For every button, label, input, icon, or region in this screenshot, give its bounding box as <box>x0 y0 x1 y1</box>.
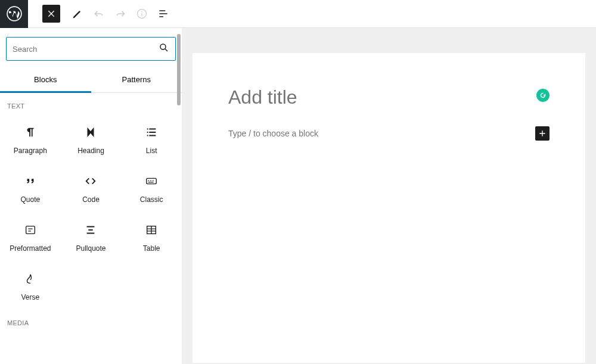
add-block-button[interactable] <box>535 126 550 141</box>
list-icon <box>144 125 159 139</box>
inserter-tabs: Blocks Patterns <box>0 67 182 93</box>
tab-patterns[interactable]: Patterns <box>91 67 182 92</box>
svg-rect-5 <box>26 226 35 234</box>
title-input[interactable]: Add title <box>228 86 550 108</box>
search-icon <box>159 42 169 55</box>
block-label: Quote <box>20 195 40 204</box>
section-text-label: TEXT <box>0 93 182 114</box>
block-paragraph[interactable]: Paragraph <box>0 114 61 163</box>
block-label: Preformatted <box>10 244 51 253</box>
verse-icon <box>23 272 38 286</box>
preformatted-icon <box>23 223 38 237</box>
block-label: Verse <box>21 293 39 301</box>
block-label: Heading <box>77 147 104 155</box>
block-classic[interactable]: Classic <box>121 163 182 212</box>
page-content[interactable]: Add title Type / to choose a block <box>193 53 585 363</box>
svg-point-2 <box>141 11 142 13</box>
block-table[interactable]: Table <box>121 212 182 261</box>
svg-point-3 <box>160 44 166 49</box>
section-media-label: MEDIA <box>0 310 182 331</box>
classic-icon <box>144 174 159 188</box>
block-preformatted[interactable]: Preformatted <box>0 212 61 261</box>
block-pullquote[interactable]: Pullquote <box>61 212 122 261</box>
table-icon <box>144 223 159 237</box>
quote-icon <box>23 174 38 188</box>
content-row: Type / to choose a block <box>228 126 550 141</box>
topbar <box>0 0 596 28</box>
editor-canvas: Add title Type / to choose a block <box>182 28 596 364</box>
tools-button[interactable] <box>69 5 86 23</box>
block-label: Table <box>143 244 160 253</box>
block-label: Classic <box>140 195 163 204</box>
main-area: Blocks Patterns TEXT Paragraph Heading L… <box>0 28 596 364</box>
block-label: Pullquote <box>76 244 105 253</box>
block-verse[interactable]: Verse <box>0 261 61 310</box>
undo-button <box>90 5 108 23</box>
wordpress-logo[interactable] <box>0 0 28 28</box>
grammarly-icon[interactable] <box>536 89 550 102</box>
pullquote-icon <box>83 223 98 237</box>
search-input[interactable] <box>13 45 159 54</box>
search-wrap <box>0 28 182 67</box>
block-label: List <box>146 147 157 155</box>
block-quote[interactable]: Quote <box>0 163 61 212</box>
topbar-buttons <box>28 5 172 23</box>
block-list[interactable]: List <box>121 114 182 163</box>
block-grid-text: Paragraph Heading List Quote Code <box>0 114 182 310</box>
tab-blocks[interactable]: Blocks <box>0 67 91 92</box>
block-hint[interactable]: Type / to choose a block <box>228 129 318 138</box>
block-code[interactable]: Code <box>61 163 122 212</box>
redo-button <box>111 5 129 23</box>
block-heading[interactable]: Heading <box>61 114 122 163</box>
search-box[interactable] <box>6 37 176 61</box>
outline-button[interactable] <box>154 5 172 23</box>
block-label: Code <box>82 195 100 204</box>
svg-rect-4 <box>147 178 157 183</box>
block-inserter-sidebar: Blocks Patterns TEXT Paragraph Heading L… <box>0 28 182 364</box>
close-inserter-button[interactable] <box>42 5 60 23</box>
paragraph-icon <box>23 125 38 139</box>
info-button[interactable] <box>133 5 151 23</box>
block-label: Paragraph <box>14 147 47 155</box>
code-icon <box>83 174 98 188</box>
heading-icon <box>83 125 98 139</box>
